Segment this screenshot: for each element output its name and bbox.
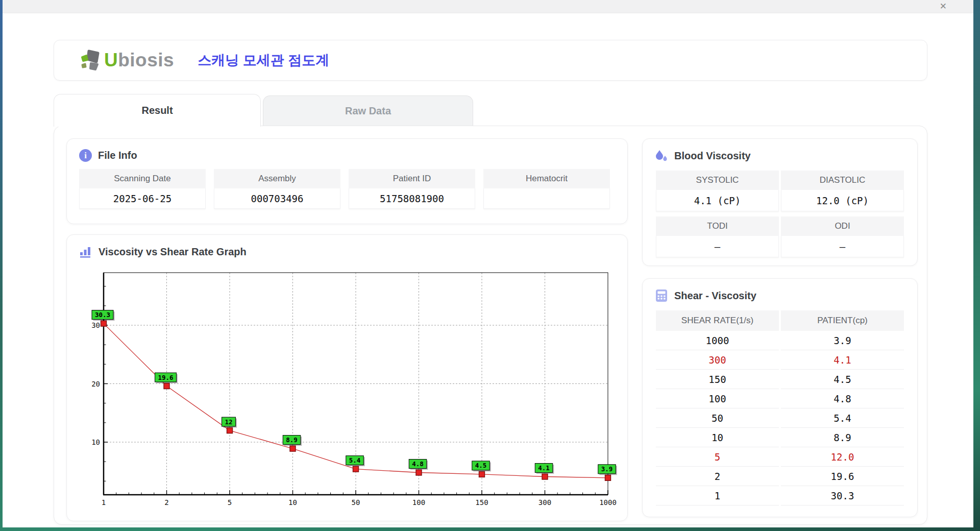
- content-panel: i File Info Scanning Date2025-06-25Assem…: [54, 126, 927, 525]
- sv-row-2: 219.6: [656, 467, 904, 486]
- chart-y-tick-label: 30: [91, 321, 100, 329]
- sv-shear-cell: 1: [656, 486, 779, 505]
- file-info-fields: Scanning Date2025-06-25Assembly000703496…: [67, 162, 627, 209]
- chart-point: [101, 321, 107, 326]
- chart-x-tick-label: 100: [412, 498, 425, 506]
- chart-point-label: 4.1: [538, 464, 550, 472]
- shear-viscosity-table: SHEAR RATE(1/s)PATIENT(cp)10003.93004.11…: [643, 302, 917, 505]
- file-info-field-scanning-date: Scanning Date2025-06-25: [79, 169, 206, 209]
- sv-shear-cell: 100: [656, 389, 779, 408]
- graph-title: Viscosity vs Shear Rate Graph: [99, 246, 247, 258]
- chart-x-tick-label: 50: [352, 498, 360, 506]
- sv-patient-cell: 3.9: [781, 331, 904, 350]
- field-value-scanning-date: 2025-06-25: [79, 188, 206, 209]
- sv-column-header-0: SHEAR RATE(1/s): [656, 310, 779, 331]
- sv-shear-cell: 2: [656, 467, 779, 486]
- calculator-icon: [655, 289, 668, 302]
- chart-point: [353, 466, 359, 472]
- sv-row-1: 130.3: [656, 486, 904, 505]
- chart-point: [290, 446, 296, 451]
- bv-label-systolic: SYSTOLIC: [656, 171, 779, 190]
- chart-point-label: 19.6: [158, 374, 173, 381]
- chart-x-tick-label: 1: [102, 498, 106, 506]
- sv-shear-cell: 10: [656, 428, 779, 447]
- sv-shear-cell: 5: [656, 447, 779, 467]
- sv-row-50: 505.4: [656, 408, 904, 428]
- sv-patient-cell: 4.8: [781, 389, 904, 408]
- shear-viscosity-title: Shear - Viscosity: [674, 290, 756, 302]
- field-label-scanning-date: Scanning Date: [79, 169, 206, 188]
- bv-value-todi: –: [656, 236, 779, 257]
- chart-point: [227, 428, 233, 433]
- sv-shear-cell: 50: [656, 408, 779, 428]
- sv-row-5: 512.0: [656, 447, 904, 467]
- file-info-title: File Info: [98, 150, 137, 161]
- app-window: ✕ Ubiosis 스캐닝 모세관 점도계 Result Raw Data i …: [3, 0, 973, 527]
- sv-shear-cell: 1000: [656, 331, 779, 350]
- logo-text: Ubiosis: [104, 50, 174, 71]
- bv-value-systolic: 4.1 (cP): [656, 190, 779, 211]
- bar-chart-icon: [79, 245, 92, 258]
- tab-raw-data[interactable]: Raw Data: [263, 95, 473, 126]
- blood-drops-icon: [655, 149, 668, 162]
- ubiosis-logo: Ubiosis: [79, 50, 174, 71]
- blood-viscosity-title: Blood Viscosity: [674, 150, 751, 162]
- sv-header-row: SHEAR RATE(1/s)PATIENT(cp): [656, 310, 904, 331]
- blood-viscosity-table: SYSTOLICDIASTOLIC4.1 (cP)12.0 (cP)TODIOD…: [643, 162, 917, 257]
- bv-label-diastolic: DIASTOLIC: [781, 171, 904, 190]
- bv-header-row: TODIODI: [656, 216, 904, 236]
- chart-x-tick-label: 5: [228, 498, 232, 506]
- bv-value-row: 4.1 (cP)12.0 (cP): [656, 190, 904, 211]
- field-label-hematocrit: Hematocrit: [483, 169, 610, 188]
- chart-x-tick-label: 2: [164, 498, 168, 506]
- sv-patient-cell: 8.9: [781, 428, 904, 447]
- chart-point-label: 12: [225, 418, 232, 426]
- close-icon[interactable]: ✕: [940, 1, 947, 13]
- bv-value-row: ––: [656, 236, 904, 257]
- field-label-assembly: Assembly: [214, 169, 340, 188]
- sv-row-300: 3004.1: [656, 350, 904, 370]
- sv-patient-cell: 19.6: [781, 467, 904, 486]
- sv-row-10: 108.9: [656, 428, 904, 447]
- bv-header-row: SYSTOLICDIASTOLIC: [656, 171, 904, 190]
- sv-patient-cell: 5.4: [781, 408, 904, 428]
- field-value-assembly: 000703496: [214, 188, 340, 209]
- ubiosis-logo-icon: [79, 50, 102, 71]
- sv-shear-cell: 150: [656, 370, 779, 389]
- chart-point: [542, 474, 548, 479]
- sv-row-150: 1504.5: [656, 370, 904, 389]
- chart-point-label: 3.9: [601, 465, 613, 473]
- chart-y-tick-label: 20: [91, 380, 100, 388]
- file-info-field-hematocrit: Hematocrit: [483, 169, 610, 209]
- file-info-card: i File Info Scanning Date2025-06-25Assem…: [66, 138, 628, 224]
- chart-point: [479, 471, 485, 477]
- chart-point: [605, 475, 611, 480]
- chart-point-label: 8.9: [286, 436, 298, 444]
- sv-shear-cell: 300: [656, 350, 779, 370]
- chart-x-tick-label: 10: [288, 498, 297, 506]
- blood-viscosity-card: Blood Viscosity SYSTOLICDIASTOLIC4.1 (cP…: [642, 138, 918, 266]
- bv-label-todi: TODI: [656, 216, 779, 236]
- shear-viscosity-card: Shear - Viscosity SHEAR RATE(1/s)PATIENT…: [642, 278, 918, 517]
- chart-point-label: 5.4: [349, 456, 361, 464]
- chart-point: [164, 383, 169, 389]
- chart-point: [416, 470, 422, 475]
- chart-point-label: 4.8: [412, 460, 424, 468]
- sv-row-1000: 10003.9: [656, 331, 904, 350]
- sv-column-header-1: PATIENT(cp): [781, 310, 904, 331]
- sv-patient-cell: 4.1: [781, 350, 904, 370]
- chart-point-label: 4.5: [475, 462, 487, 469]
- viscosity-chart: 1251050100150300100010203030.319.6128.95…: [70, 264, 626, 513]
- field-value-patient-id: 51758081900: [349, 188, 475, 209]
- info-icon: i: [79, 149, 92, 162]
- tab-result[interactable]: Result: [54, 94, 261, 127]
- sv-row-100: 1004.8: [656, 389, 904, 408]
- page-title: 스캐닝 모세관 점도계: [198, 51, 329, 69]
- app-header: Ubiosis 스캐닝 모세관 점도계: [54, 40, 927, 81]
- chart-x-tick-label: 1000: [599, 498, 617, 506]
- bv-value-diastolic: 12.0 (cP): [781, 190, 904, 211]
- chart-point-label: 30.3: [95, 311, 110, 319]
- file-info-field-patient-id: Patient ID51758081900: [349, 169, 475, 209]
- window-titlebar: ✕: [3, 0, 973, 13]
- graph-card: Viscosity vs Shear Rate Graph 1251050100…: [66, 234, 628, 521]
